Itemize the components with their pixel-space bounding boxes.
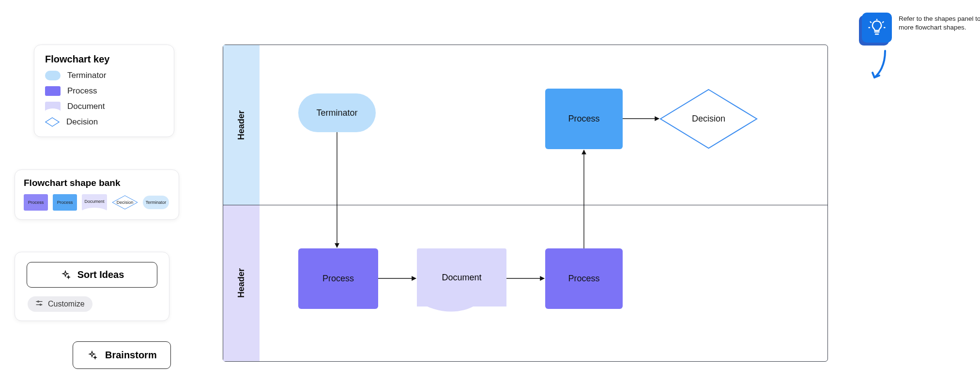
svg-point-3: [38, 301, 39, 302]
key-label: Decision: [66, 117, 98, 127]
lane-header-label: Header: [236, 110, 246, 139]
sliders-icon: [35, 299, 43, 309]
sort-ideas-button[interactable]: Sort Ideas: [27, 262, 157, 288]
tip-arrow-icon: [871, 48, 890, 82]
swimlane-diagram[interactable]: Header Header Terminator Process Decisio…: [223, 45, 828, 362]
lightbulb-icon: [862, 13, 892, 43]
key-label: Terminator: [67, 71, 106, 80]
bank-shape-document[interactable]: Document: [82, 194, 107, 211]
tip-text: Refer to the shapes panel to see more fl…: [899, 13, 980, 32]
brainstorm-label: Brainstorm: [105, 350, 157, 361]
decision-swatch-icon: [45, 117, 60, 127]
sparkle-icon: [87, 350, 97, 361]
tip-callout: Refer to the shapes panel to see more fl…: [862, 13, 980, 43]
node-process-top[interactable]: Process: [545, 89, 623, 149]
bank-shape-process[interactable]: Process: [53, 194, 77, 211]
customize-button[interactable]: Customize: [28, 296, 92, 312]
key-row-process: Process: [45, 86, 163, 96]
node-terminator[interactable]: Terminator: [298, 93, 376, 132]
shape-bank-title: Flowchart shape bank: [24, 178, 170, 188]
key-row-document: Document: [45, 102, 163, 111]
node-process-bottom-left[interactable]: Process: [298, 248, 378, 309]
shape-bank-panel: Flowchart shape bank Process Process Doc…: [15, 169, 179, 220]
key-label: Document: [67, 102, 105, 111]
key-row-decision: Decision: [45, 117, 163, 127]
node-document[interactable]: Document: [417, 248, 506, 306]
terminator-swatch-icon: [45, 71, 61, 80]
svg-marker-0: [46, 118, 59, 126]
lane-header-bottom[interactable]: Header: [223, 205, 260, 361]
lane-divider: [223, 205, 827, 205]
flowchart-key-panel: Flowchart key Terminator Process Documen…: [34, 45, 174, 137]
customize-label: Customize: [48, 300, 85, 308]
svg-line-13: [871, 22, 872, 23]
bank-shape-decision[interactable]: Decision: [112, 195, 138, 210]
node-decision[interactable]: Decision: [659, 89, 758, 149]
lane-header-top[interactable]: Header: [223, 45, 260, 205]
document-swatch-icon: [45, 102, 61, 111]
shape-bank-row: Process Process Document Decision Termin…: [24, 194, 170, 211]
bank-shape-process[interactable]: Process: [24, 194, 48, 211]
lane-header-column: Header Header: [223, 45, 260, 361]
sparkle-icon: [60, 270, 71, 280]
svg-line-14: [883, 22, 884, 23]
brainstorm-button[interactable]: Brainstorm: [73, 341, 171, 369]
process-swatch-icon: [45, 86, 61, 96]
sort-ideas-label: Sort Ideas: [77, 269, 124, 280]
bank-shape-terminator[interactable]: Terminator: [143, 196, 169, 209]
lane-header-label: Header: [236, 268, 246, 298]
svg-point-5: [40, 304, 41, 306]
sort-ideas-panel: Sort Ideas Customize: [15, 252, 169, 321]
key-label: Process: [67, 86, 97, 96]
flowchart-key-title: Flowchart key: [45, 54, 163, 65]
key-row-terminator: Terminator: [45, 71, 163, 80]
node-process-bottom-right[interactable]: Process: [545, 248, 623, 309]
